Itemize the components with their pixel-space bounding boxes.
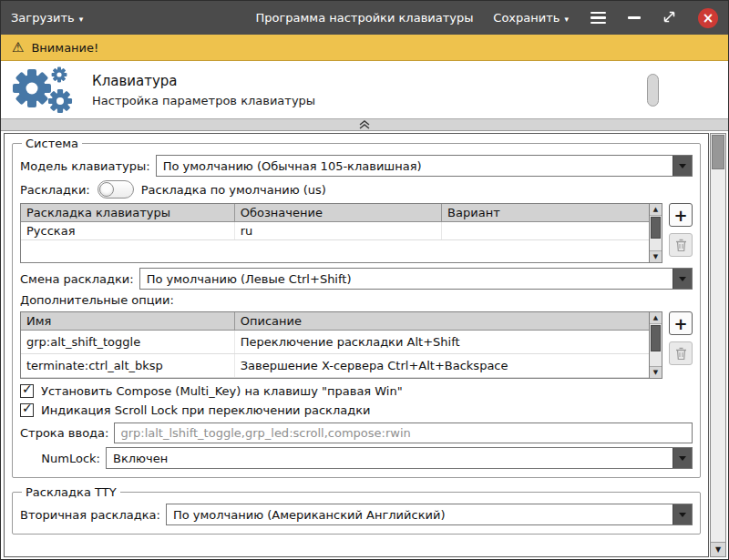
expand-icon[interactable] <box>662 10 676 26</box>
column-header[interactable]: Описание <box>234 312 649 331</box>
close-icon: × <box>703 10 714 26</box>
layouts-label: Раскладки: <box>20 183 90 197</box>
scrollbar-track[interactable] <box>650 216 662 250</box>
table-row[interactable]: grp:alt_shift_toggleПереключение расклад… <box>21 331 649 354</box>
table-cell[interactable]: Завершение X-сервера Ctrl+Alt+Backspace <box>234 354 649 378</box>
layouts-table-container: Раскладка клавиатурыОбозначениеВариантРу… <box>20 203 662 263</box>
switch-method-label: Смена раскладки: <box>20 272 134 286</box>
save-menu-label: Сохранить <box>493 11 560 25</box>
compose-checkbox-row[interactable]: ✓ Установить Compose (Multi_Key) на клав… <box>20 384 693 398</box>
table-row[interactable]: terminate:ctrl_alt_bkspЗавершение X-серв… <box>21 354 649 378</box>
warning-icon: ⚠ <box>12 39 24 56</box>
system-group-legend: Система <box>22 137 82 150</box>
table-cell[interactable]: ru <box>234 222 441 240</box>
main-scroll-down-icon[interactable]: ▼ <box>711 542 725 556</box>
scrollbar-thumb[interactable] <box>651 217 661 239</box>
scrollbar-track[interactable] <box>650 324 662 366</box>
hamburger-menu-icon[interactable] <box>590 12 606 25</box>
secondary-layout-value: По умолчанию (Американский Английский) <box>167 508 673 522</box>
collapse-chevron-icon <box>357 120 372 129</box>
scrolllock-checkbox[interactable]: ✓ <box>20 403 34 417</box>
scroll-up-icon[interactable]: ▲ <box>650 312 662 324</box>
options-table-container: ИмяОписаниеgrp:alt_shift_toggleПереключе… <box>20 311 662 379</box>
main-scrollbar-track[interactable] <box>711 170 725 542</box>
trash-icon <box>675 347 687 361</box>
warning-bar: ⚠ Внимание! <box>1 35 728 61</box>
numlock-value: Включен <box>107 452 673 465</box>
header-scrollbar-thumb[interactable] <box>647 74 659 107</box>
dropdown-arrow-icon[interactable] <box>673 156 692 176</box>
delete-layout-button[interactable] <box>669 233 693 257</box>
table-cell[interactable]: Переключение раскладки Alt+Shift <box>234 331 649 354</box>
save-menu-button[interactable]: Сохранить ▾ <box>493 11 569 25</box>
keyboard-model-select[interactable]: По умолчанию (Обычная 105-клавишная) <box>156 155 693 177</box>
numlock-label: NumLock: <box>20 452 100 465</box>
scroll-down-icon[interactable]: ▼ <box>650 250 662 262</box>
table-cell[interactable]: Русская <box>21 222 234 240</box>
tty-group: Раскладка TTY Вторичная раскладка: По ум… <box>12 485 701 535</box>
caret-down-icon: ▾ <box>564 15 569 24</box>
module-header: Клавиатура Настройка параметров клавиату… <box>1 61 728 118</box>
keyboard-model-label: Модель клавиатуры: <box>20 159 150 173</box>
default-layout-caption: Раскладка по умолчанию (us) <box>141 183 326 197</box>
main-scrollbar[interactable]: ▼ <box>710 133 726 557</box>
load-menu-button[interactable]: Загрузить ▾ <box>11 11 83 25</box>
table-cell[interactable] <box>442 222 649 240</box>
column-header[interactable]: Раскладка клавиатуры <box>21 204 234 222</box>
collapse-bar[interactable] <box>1 118 728 131</box>
input-string-field[interactable] <box>114 423 693 443</box>
titlebar: Загрузить ▾ Программа настройки клавиату… <box>1 1 728 35</box>
scroll-up-icon[interactable]: ▲ <box>650 204 662 216</box>
scrollbar-thumb[interactable] <box>651 325 661 351</box>
scrolllock-checkbox-row[interactable]: ✓ Индикация Scroll Lock при переключении… <box>20 403 693 417</box>
options-table-scrollbar[interactable]: ▲ ▼ <box>649 312 662 378</box>
toggle-knob <box>99 182 114 197</box>
scrolllock-checkbox-label: Индикация Scroll Lock при переключении р… <box>41 403 370 417</box>
column-header[interactable]: Вариант <box>442 204 649 222</box>
tty-group-legend: Раскладка TTY <box>22 485 120 499</box>
column-header[interactable]: Обозначение <box>234 204 441 222</box>
check-icon: ✓ <box>22 401 33 415</box>
table-cell[interactable]: terminate:ctrl_alt_bksp <box>21 354 234 378</box>
secondary-layout-label: Вторичная раскладка: <box>20 508 160 522</box>
compose-checkbox-label: Установить Compose (Multi_Key) на клавиш… <box>41 384 403 398</box>
dropdown-arrow-icon[interactable] <box>673 448 692 468</box>
add-option-button[interactable]: + <box>669 311 693 335</box>
compose-checkbox[interactable]: ✓ <box>20 384 34 398</box>
switch-method-value: По умолчанию (Левые Ctrl+Shift) <box>140 272 673 286</box>
system-group: Система Модель клавиатуры: По умолчанию … <box>12 137 701 478</box>
close-button[interactable]: × <box>698 8 718 28</box>
keyboard-model-value: По умолчанию (Обычная 105-клавишная) <box>157 159 673 173</box>
dropdown-arrow-icon[interactable] <box>673 504 692 524</box>
load-menu-label: Загрузить <box>11 11 75 25</box>
settings-panel: Система Модель клавиатуры: По умолчанию … <box>4 133 709 557</box>
add-layout-button[interactable]: + <box>669 203 693 227</box>
table-row[interactable]: Русскаяru <box>21 222 649 240</box>
column-header[interactable]: Имя <box>21 312 234 331</box>
scroll-down-icon[interactable]: ▼ <box>650 366 662 378</box>
layouts-table-scrollbar[interactable]: ▲ ▼ <box>649 204 662 262</box>
trash-icon <box>675 239 687 252</box>
gears-icon <box>8 64 79 117</box>
dropdown-arrow-icon[interactable] <box>673 269 692 289</box>
app-window: Загрузить ▾ Программа настройки клавиату… <box>0 0 729 560</box>
input-string-label: Строка ввода: <box>20 426 108 440</box>
layouts-table: Раскладка клавиатурыОбозначениеВариантРу… <box>21 204 649 240</box>
table-cell[interactable]: grp:alt_shift_toggle <box>21 331 234 354</box>
delete-option-button[interactable] <box>669 341 693 365</box>
page-subtitle: Настройка параметров клавиатуры <box>92 94 315 107</box>
window-title: Программа настройки клавиатуры <box>255 11 473 25</box>
warning-text: Внимание! <box>31 41 98 55</box>
default-layout-toggle[interactable] <box>98 180 134 199</box>
switch-method-select[interactable]: По умолчанию (Левые Ctrl+Shift) <box>139 268 693 290</box>
options-table: ИмяОписаниеgrp:alt_shift_toggleПереключе… <box>21 312 649 378</box>
secondary-layout-select[interactable]: По умолчанию (Американский Английский) <box>166 504 693 525</box>
page-title: Клавиатура <box>92 73 315 89</box>
main-scrollbar-thumb[interactable] <box>712 135 724 169</box>
minimize-icon[interactable] <box>628 16 641 19</box>
caret-down-icon: ▾ <box>79 15 84 24</box>
check-icon: ✓ <box>22 382 33 396</box>
numlock-select[interactable]: Включен <box>106 447 693 469</box>
extra-options-label: Дополнительные опции: <box>20 293 174 307</box>
